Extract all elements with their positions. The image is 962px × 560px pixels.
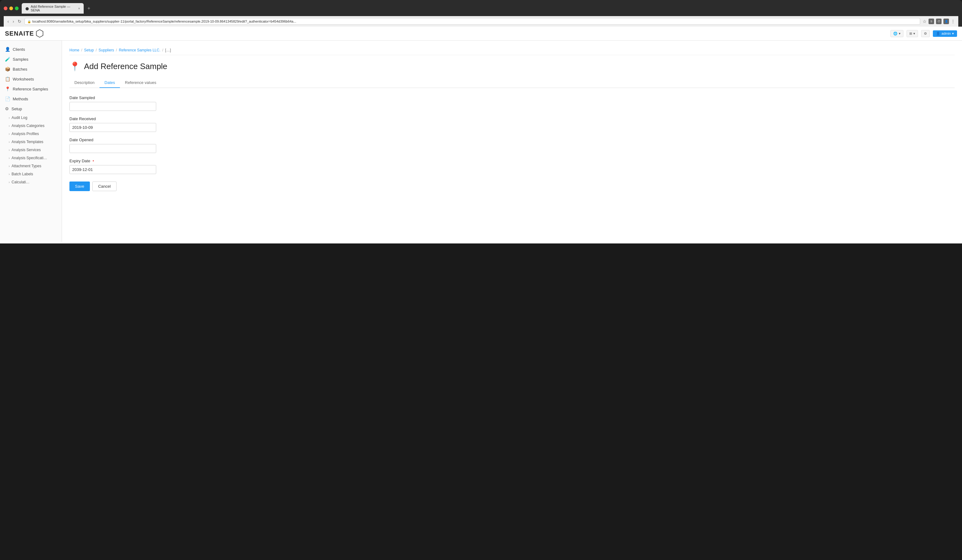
globe-button[interactable]: 🌐 ▾: [890, 30, 904, 37]
globe-chevron: ▾: [899, 32, 901, 35]
sidebar-sub-item-attachment-types[interactable]: › Attachment Types: [0, 162, 62, 170]
sidebar-item-label: Samples: [13, 57, 29, 62]
sidebar-sub-item-analysis-profiles[interactable]: › Analysis Profiles: [0, 130, 62, 138]
sidebar-item-label: Worksheets: [13, 77, 34, 82]
batches-icon: 📦: [5, 67, 10, 72]
close-tab-button[interactable]: ×: [78, 7, 80, 10]
sidebar-item-label: Clients: [13, 47, 25, 52]
sidebar-item-samples[interactable]: 🧪 Samples: [0, 54, 62, 64]
logo-area: SENAITE: [5, 29, 44, 38]
sidebar-item-batches[interactable]: 📦 Batches: [0, 64, 62, 74]
extension-icon-1[interactable]: S: [928, 19, 934, 24]
form-actions: Save Cancel: [69, 182, 955, 191]
grid-icon: ⊞: [909, 32, 912, 35]
sidebar-item-worksheets[interactable]: 📋 Worksheets: [0, 74, 62, 84]
new-tab-button[interactable]: +: [86, 5, 92, 12]
extension-icon-3[interactable]: 👤: [943, 19, 949, 24]
chevron-icon: ›: [9, 124, 10, 128]
settings-button[interactable]: ⚙: [921, 30, 930, 37]
breadcrumb-company[interactable]: Reference Samples LLC.: [119, 48, 160, 52]
address-bar[interactable]: 🔒 localhost:8080/senaite/bika_setup/bika…: [24, 18, 920, 25]
samples-icon: 🧪: [5, 57, 10, 62]
save-button[interactable]: Save: [69, 182, 90, 191]
chevron-icon: ›: [9, 156, 10, 160]
maximize-window-button[interactable]: [15, 6, 19, 10]
sidebar-item-label: Reference Samples: [13, 87, 48, 92]
minimize-window-button[interactable]: [9, 6, 13, 10]
sidebar-item-label: Batches: [13, 67, 27, 72]
chevron-icon: ›: [9, 116, 10, 119]
clients-icon: 👤: [5, 47, 10, 52]
breadcrumb-home[interactable]: Home: [69, 48, 79, 52]
extension-icon-2[interactable]: ⏱: [936, 19, 941, 24]
forward-button[interactable]: ›: [12, 18, 15, 24]
sidebar-item-label: Setup: [11, 106, 22, 111]
logo-hexagon: [36, 29, 44, 38]
page-title: Add Reference Sample: [84, 62, 167, 71]
sub-item-label: Analysis Templates: [11, 140, 44, 144]
svg-marker-0: [36, 30, 43, 37]
breadcrumb-ellipsis: […]: [165, 48, 171, 52]
sub-item-label: Calculati…: [11, 180, 29, 184]
sidebar-item-reference-samples[interactable]: 📍 Reference Samples: [0, 84, 62, 94]
refresh-button[interactable]: ↻: [17, 18, 22, 24]
sidebar-sub-item-analysis-specifications[interactable]: › Analysis Specificati…: [0, 154, 62, 162]
globe-icon: 🌐: [893, 32, 897, 35]
sidebar-item-setup[interactable]: ⚙ Setup: [0, 104, 62, 114]
breadcrumb-setup[interactable]: Setup: [84, 48, 94, 52]
dates-form: Date Sampled Date Received Date Opened E…: [69, 95, 955, 191]
worksheets-icon: 📋: [5, 77, 10, 82]
tab-title: Add Reference Sample — SENA: [31, 5, 76, 12]
address-bar-row: ‹ › ↻ 🔒 localhost:8080/senaite/bika_setu…: [4, 16, 958, 27]
date-received-input[interactable]: [69, 123, 156, 132]
sidebar-sub-item-audit-log[interactable]: › Audit Log: [0, 114, 62, 122]
grid-chevron: ▾: [914, 32, 915, 35]
sidebar-sub-item-analysis-templates[interactable]: › Analysis Templates: [0, 138, 62, 146]
bookmark-button[interactable]: ☆: [923, 19, 926, 24]
back-button[interactable]: ‹: [7, 18, 10, 24]
sub-item-label: Analysis Profiles: [11, 132, 39, 136]
sidebar-sub-item-calculati[interactable]: › Calculati…: [0, 178, 62, 186]
date-received-group: Date Received: [69, 116, 156, 132]
date-opened-input[interactable]: [69, 144, 156, 153]
expiry-date-group: Expiry Date •: [69, 159, 156, 174]
tab-dates[interactable]: Dates: [100, 78, 120, 88]
breadcrumb-suppliers[interactable]: Suppliers: [98, 48, 114, 52]
sidebar-item-methods[interactable]: 📄 Methods: [0, 94, 62, 104]
traffic-lights: [4, 6, 19, 10]
sidebar-sub-item-batch-labels[interactable]: › Batch Labels: [0, 170, 62, 178]
logo-text: SENAITE: [5, 30, 34, 37]
chevron-icon: ›: [9, 180, 10, 184]
sidebar-sub-item-analysis-services[interactable]: › Analysis Services: [0, 146, 62, 154]
sidebar-item-clients[interactable]: 👤 Clients: [0, 44, 62, 54]
gear-icon: ⚙: [924, 32, 927, 35]
top-nav: SENAITE 🌐 ▾ ⊞ ▾ ⚙ 👤 admin ▾: [0, 27, 962, 40]
grid-button[interactable]: ⊞ ▾: [907, 30, 918, 37]
admin-label: admin: [941, 32, 951, 35]
expiry-date-input[interactable]: [69, 165, 156, 174]
breadcrumb-sep-1: /: [81, 48, 82, 52]
url-text: localhost:8080/senaite/bika_setup/bika_s…: [32, 19, 296, 23]
cancel-button[interactable]: Cancel: [92, 182, 116, 191]
active-browser-tab[interactable]: ⬤ Add Reference Sample — SENA ×: [22, 3, 84, 14]
admin-button[interactable]: 👤 admin ▾: [933, 31, 957, 37]
date-sampled-input[interactable]: [69, 102, 156, 111]
sidebar-item-label: Methods: [13, 97, 28, 101]
menu-button[interactable]: ⋮: [951, 19, 955, 24]
sub-item-label: Attachment Types: [11, 164, 41, 168]
date-sampled-group: Date Sampled: [69, 95, 156, 111]
sub-item-label: Analysis Specificati…: [11, 156, 47, 160]
chevron-icon: ›: [9, 140, 10, 144]
chevron-icon: ›: [9, 164, 10, 168]
tab-list: Description Dates Reference values: [69, 78, 955, 88]
main-layout: 👤 Clients 🧪 Samples 📦 Batches 📋 Workshee…: [0, 40, 962, 242]
tab-description[interactable]: Description: [69, 78, 100, 88]
user-icon: 👤: [936, 32, 940, 35]
sub-item-label: Analysis Categories: [11, 124, 44, 128]
sidebar-sub-item-analysis-categories[interactable]: › Analysis Categories: [0, 122, 62, 130]
methods-icon: 📄: [5, 97, 10, 101]
close-window-button[interactable]: [4, 6, 7, 10]
chevron-icon: ›: [9, 148, 10, 152]
lock-icon: 🔒: [27, 20, 31, 23]
tab-reference-values[interactable]: Reference values: [120, 78, 161, 88]
